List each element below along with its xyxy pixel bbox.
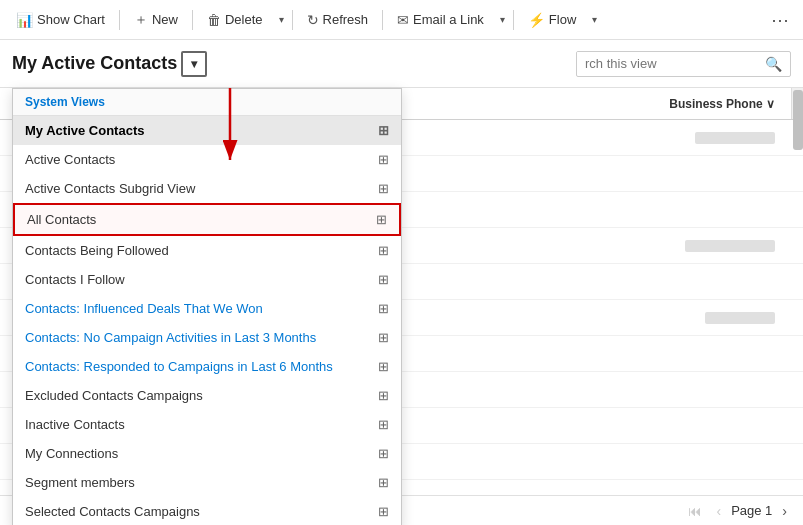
pin-icon[interactable]: ⊞ — [378, 330, 389, 345]
page-indicator: Page 1 — [731, 503, 772, 518]
search-input[interactable] — [577, 52, 757, 75]
pin-icon[interactable]: ⊞ — [378, 446, 389, 461]
phone-value — [695, 132, 775, 144]
delete-dropdown-arrow[interactable]: ▾ — [275, 10, 288, 29]
dropdown-item-no-campaign-activities[interactable]: Contacts: No Campaign Activities in Last… — [13, 323, 401, 352]
more-options-button[interactable]: ⋯ — [763, 5, 797, 35]
pin-icon[interactable]: ⊞ — [378, 152, 389, 167]
search-area: 🔍 — [576, 51, 791, 77]
refresh-icon: ↻ — [307, 12, 319, 28]
dropdown-item-active-contacts-subgrid[interactable]: Active Contacts Subgrid View ⊞ — [13, 174, 401, 203]
separator-4 — [382, 10, 383, 30]
pin-icon[interactable]: ⊞ — [376, 212, 387, 227]
pin-icon[interactable]: ⊞ — [378, 181, 389, 196]
pin-icon[interactable]: ⊞ — [378, 417, 389, 432]
dropdown-item-selected-contacts-campaigns[interactable]: Selected Contacts Campaigns ⊞ — [13, 497, 401, 525]
email-dropdown-arrow[interactable]: ▾ — [496, 10, 509, 29]
email-link-button[interactable]: ✉ Email a Link — [387, 8, 494, 32]
phone-value — [705, 312, 775, 324]
phone-column-header[interactable]: Business Phone ∨ — [635, 97, 775, 111]
scrollbar[interactable] — [791, 88, 803, 119]
refresh-button[interactable]: ↻ Refresh — [297, 8, 379, 32]
delete-button[interactable]: 🗑 Delete — [197, 8, 273, 32]
email-icon: ✉ — [397, 12, 409, 28]
system-views-dropdown: System Views My Active Contacts ⊞ Active… — [12, 88, 402, 525]
pin-icon[interactable]: ⊞ — [378, 123, 389, 138]
dropdown-item-my-connections[interactable]: My Connections ⊞ — [13, 439, 401, 468]
dropdown-item-segment-members[interactable]: Segment members ⊞ — [13, 468, 401, 497]
plus-icon: ＋ — [134, 11, 148, 29]
dropdown-item-my-active-contacts[interactable]: My Active Contacts ⊞ — [13, 116, 401, 145]
dropdown-item-excluded-campaigns[interactable]: Excluded Contacts Campaigns ⊞ — [13, 381, 401, 410]
pin-icon[interactable]: ⊞ — [378, 272, 389, 287]
dropdown-section-header: System Views — [13, 89, 401, 116]
first-page-button[interactable]: ⏮ — [684, 501, 706, 521]
show-chart-button[interactable]: 📊 Show Chart — [6, 8, 115, 32]
flow-dropdown-arrow[interactable]: ▾ — [588, 10, 601, 29]
pin-icon[interactable]: ⊞ — [378, 359, 389, 374]
search-button[interactable]: 🔍 — [757, 52, 790, 76]
dropdown-item-influenced-deals[interactable]: Contacts: Influenced Deals That We Won ⊞ — [13, 294, 401, 323]
prev-page-button[interactable]: ‹ — [712, 501, 725, 521]
dropdown-item-inactive-contacts[interactable]: Inactive Contacts ⊞ — [13, 410, 401, 439]
pin-icon[interactable]: ⊞ — [378, 388, 389, 403]
separator-3 — [292, 10, 293, 30]
scroll-thumb[interactable] — [793, 90, 803, 150]
dropdown-item-contacts-i-follow[interactable]: Contacts I Follow ⊞ — [13, 265, 401, 294]
new-button[interactable]: ＋ New — [124, 7, 188, 33]
next-page-button[interactable]: › — [778, 501, 791, 521]
flow-icon: ⚡ — [528, 12, 545, 28]
separator-2 — [192, 10, 193, 30]
view-header: My Active Contacts ▾ 🔍 — [0, 40, 803, 88]
delete-icon: 🗑 — [207, 12, 221, 28]
dropdown-item-contacts-being-followed[interactable]: Contacts Being Followed ⊞ — [13, 236, 401, 265]
view-title: My Active Contacts ▾ — [12, 51, 207, 77]
dropdown-item-all-contacts[interactable]: All Contacts ⊞ — [13, 203, 401, 236]
separator-1 — [119, 10, 120, 30]
pagination-nav: ⏮ ‹ Page 1 › — [684, 501, 791, 521]
pin-icon[interactable]: ⊞ — [378, 301, 389, 316]
phone-value — [685, 240, 775, 252]
pin-icon[interactable]: ⊞ — [378, 475, 389, 490]
separator-5 — [513, 10, 514, 30]
chart-icon: 📊 — [16, 12, 33, 28]
view-dropdown-chevron[interactable]: ▾ — [181, 51, 207, 77]
dropdown-item-active-contacts[interactable]: Active Contacts ⊞ — [13, 145, 401, 174]
flow-button[interactable]: ⚡ Flow — [518, 8, 586, 32]
dropdown-item-responded-campaigns[interactable]: Contacts: Responded to Campaigns in Last… — [13, 352, 401, 381]
pin-icon[interactable]: ⊞ — [378, 504, 389, 519]
pin-icon[interactable]: ⊞ — [378, 243, 389, 258]
toolbar: 📊 Show Chart ＋ New 🗑 Delete ▾ ↻ Refresh … — [0, 0, 803, 40]
